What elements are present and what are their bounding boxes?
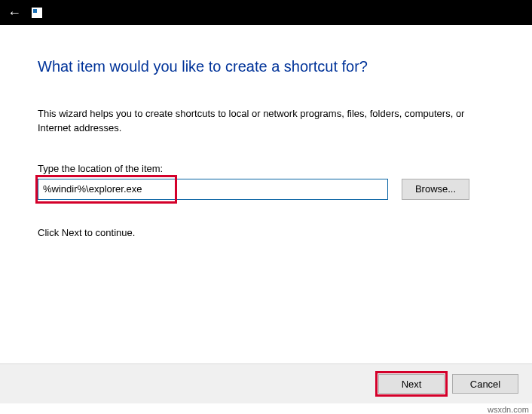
watermark: wsxdn.com	[488, 405, 529, 414]
back-arrow-icon[interactable]: ←	[8, 6, 21, 20]
page-title: What item would you like to create a sho…	[38, 58, 502, 75]
location-field-label: Type the location of the item:	[38, 163, 502, 174]
next-button[interactable]: Next	[378, 374, 445, 394]
location-input-row: Browse...	[38, 179, 502, 200]
cancel-button[interactable]: Cancel	[452, 374, 518, 394]
location-input[interactable]	[38, 179, 388, 200]
browse-button[interactable]: Browse...	[402, 179, 469, 200]
location-input-wrap	[38, 179, 388, 200]
wizard-description: This wizard helps you to create shortcut…	[38, 107, 475, 136]
wizard-content: What item would you like to create a sho…	[0, 25, 532, 253]
next-button-wrap: Next	[378, 374, 445, 394]
continue-instruction: Click Next to continue.	[38, 227, 502, 238]
titlebar: ←	[0, 0, 532, 25]
wizard-footer: Next Cancel	[0, 363, 532, 403]
window-icon	[32, 8, 42, 18]
